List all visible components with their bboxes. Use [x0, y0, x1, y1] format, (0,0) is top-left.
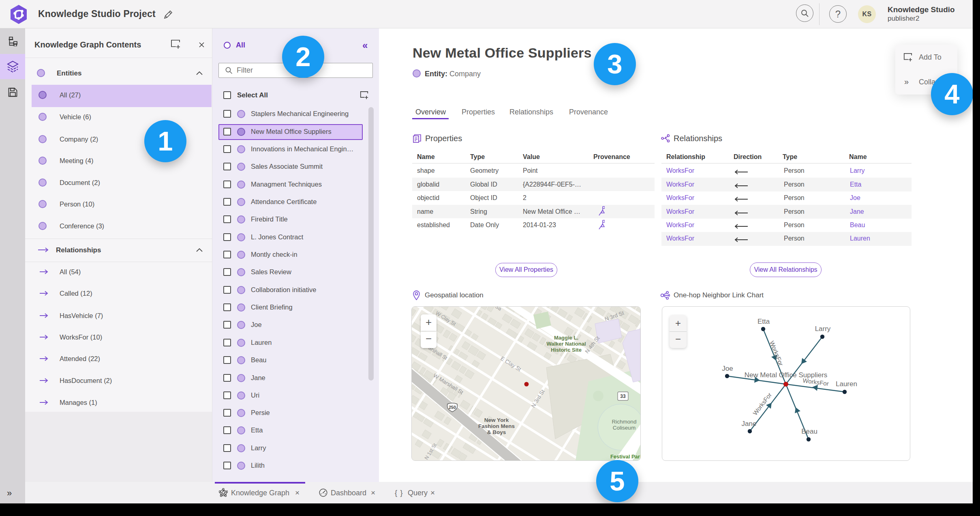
svg-text:Fashion Mens: Fashion Mens — [478, 423, 515, 429]
svg-text:Jane: Jane — [742, 420, 757, 428]
svg-text:Historic Site: Historic Site — [551, 347, 582, 353]
svg-text:Etta: Etta — [757, 318, 770, 325]
svg-text:Walker National: Walker National — [546, 341, 586, 347]
svg-text:250: 250 — [449, 405, 456, 410]
svg-text:Coliseum: Coliseum — [613, 425, 636, 431]
svg-text:Festival Park: Festival Park — [610, 454, 640, 460]
svg-text:Lauren: Lauren — [836, 380, 857, 388]
svg-text:Joe: Joe — [722, 365, 733, 372]
svg-text:Beau: Beau — [801, 428, 817, 435]
svg-text:Larry: Larry — [815, 325, 831, 333]
svg-text:& Boys: & Boys — [487, 429, 506, 435]
svg-text:New Metal Office Suppliers: New Metal Office Suppliers — [745, 371, 828, 379]
svg-text:Maggie L.: Maggie L. — [554, 335, 578, 341]
svg-text:Richmond: Richmond — [612, 419, 637, 425]
svg-text:33: 33 — [620, 393, 626, 399]
svg-text:New York: New York — [484, 417, 509, 423]
